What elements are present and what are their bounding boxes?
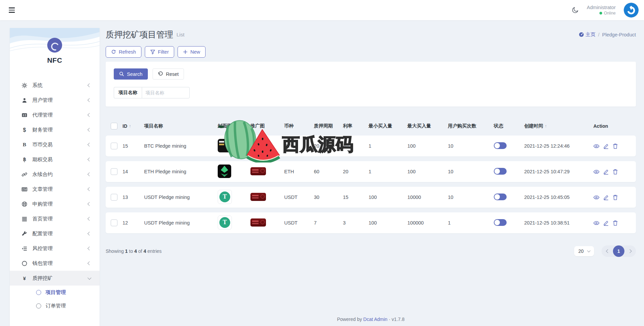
chevron-down-icon — [587, 249, 591, 253]
status-toggle[interactable] — [494, 219, 507, 226]
column-header[interactable]: 项目名称 — [144, 123, 218, 129]
cell-created-at: 2021-12-25 10:47:29 — [524, 169, 593, 174]
sidebar-menu-item[interactable]: ¥ 质押挖矿 — [10, 271, 100, 286]
project-name-label: 项目名称 — [114, 87, 142, 98]
cell-id: 12 — [123, 220, 144, 226]
status-toggle[interactable] — [494, 194, 507, 200]
prev-page-button[interactable] — [602, 245, 612, 257]
cover-image[interactable] — [218, 165, 231, 178]
column-header[interactable]: 利率 — [343, 123, 369, 129]
sidebar-toggle-icon[interactable] — [9, 7, 15, 12]
delete-trash-icon[interactable] — [613, 143, 618, 149]
edit-pencil-icon[interactable] — [603, 195, 609, 200]
column-header[interactable]: 用户购买次数 — [448, 123, 494, 129]
status-toggle[interactable] — [494, 168, 507, 175]
edit-pencil-icon[interactable] — [603, 143, 609, 149]
sidebar-menu-item[interactable]: 钱包管理 — [10, 256, 100, 271]
menu-icon — [21, 97, 27, 103]
new-button[interactable]: New — [178, 46, 206, 58]
refresh-button[interactable]: Refresh — [106, 46, 141, 58]
sort-asc-icon[interactable]: ↑ — [545, 124, 547, 128]
sidebar-menu-item[interactable]: 申购管理 — [10, 197, 100, 211]
view-eye-icon[interactable] — [593, 221, 599, 225]
submenu-item-label: 项目管理 — [46, 289, 66, 296]
sidebar-menu-item[interactable]: 文章管理 — [10, 182, 100, 197]
table-row: 14 ETH Pledge mining ETH 60 20 1 100 10 … — [106, 161, 636, 182]
view-eye-icon[interactable] — [593, 144, 599, 148]
avatar[interactable] — [624, 3, 639, 18]
table-row: 13 USDT Pledge mining USDT 30 15 100 100… — [106, 187, 636, 208]
cell-project-name: ETH Pledge mining — [144, 169, 218, 174]
edit-pencil-icon[interactable] — [603, 169, 609, 175]
project-name-input[interactable] — [142, 87, 190, 98]
column-header[interactable]: 状态 — [494, 123, 524, 129]
promo-image[interactable] — [250, 218, 266, 227]
row-checkbox[interactable] — [111, 194, 117, 201]
column-header[interactable]: Action — [593, 123, 636, 129]
promo-image[interactable] — [250, 167, 266, 175]
sidebar-menu-item[interactable]: 风控管理 — [10, 241, 100, 256]
breadcrumb-home-link[interactable]: 主页 — [579, 31, 595, 38]
cover-image[interactable] — [218, 139, 231, 152]
next-page-button[interactable] — [625, 245, 635, 257]
edit-pencil-icon[interactable] — [603, 220, 609, 226]
row-checkbox[interactable] — [111, 219, 117, 226]
cell-min-buy: 100 — [369, 195, 407, 200]
cell-coin: USDT — [284, 195, 314, 200]
menu-item-label: 钱包管理 — [32, 260, 53, 267]
sort-asc-icon[interactable]: ↑ — [129, 124, 131, 128]
sidebar-submenu-item[interactable]: 订单管理 — [10, 299, 100, 313]
column-header[interactable]: ID ↑ — [123, 123, 144, 129]
page-size-select[interactable]: 20 — [574, 246, 594, 256]
menu-item-label: 配置管理 — [32, 231, 53, 237]
dcat-admin-link[interactable]: Dcat Admin — [363, 317, 387, 322]
cell-max-buy: 10000 — [407, 195, 448, 200]
delete-trash-icon[interactable] — [613, 169, 618, 175]
promo-image[interactable] — [250, 142, 266, 150]
sidebar-menu-item[interactable]: 用户管理 — [10, 93, 100, 108]
chevron-left-icon — [87, 157, 91, 161]
reset-button[interactable]: Reset — [153, 68, 184, 80]
sidebar-menu-item[interactable]: 配置管理 — [10, 226, 100, 241]
delete-trash-icon[interactable] — [613, 195, 618, 200]
filter-button[interactable]: Filter — [145, 46, 174, 58]
column-header[interactable]: 最大买入量 — [407, 123, 448, 129]
sidebar-menu-item[interactable]: 永续合约 — [10, 167, 100, 182]
cover-image[interactable] — [218, 190, 232, 204]
cover-image[interactable] — [218, 215, 232, 230]
sidebar-submenu-item[interactable]: 项目管理 — [10, 286, 100, 299]
delete-trash-icon[interactable] — [613, 220, 618, 226]
column-header[interactable]: 推广图 — [250, 123, 284, 129]
row-checkbox[interactable] — [111, 143, 117, 149]
sidebar-menu-item[interactable]: 首页管理 — [10, 211, 100, 226]
column-header[interactable]: 币种 — [284, 123, 314, 129]
status-toggle[interactable] — [494, 142, 507, 149]
column-header[interactable]: 质押周期 — [314, 123, 343, 129]
row-checkbox[interactable] — [111, 168, 117, 175]
column-header[interactable]: 封面图 — [218, 123, 250, 129]
user-block[interactable]: Administrator Online — [587, 4, 616, 16]
reset-undo-icon — [158, 71, 163, 77]
select-all-checkbox[interactable] — [111, 123, 117, 129]
sidebar-menu-item[interactable]: B 期权交易 — [10, 152, 100, 167]
column-header[interactable]: 创建时间 ↑ — [524, 123, 593, 129]
menu-icon: B — [21, 142, 27, 148]
sidebar-menu-item[interactable]: $ 财务管理 — [10, 122, 100, 137]
current-page-button[interactable]: 1 — [613, 245, 624, 257]
column-header[interactable]: 最小买入量 — [369, 123, 407, 129]
view-eye-icon[interactable] — [593, 170, 599, 174]
sidebar-menu-item[interactable]: 代理管理 — [10, 108, 100, 122]
brand-name: NFC — [10, 56, 100, 64]
sidebar-menu-item[interactable]: 系统 — [10, 78, 100, 93]
menu-item-label: 风控管理 — [32, 245, 53, 252]
search-button[interactable]: Search — [114, 68, 148, 80]
view-eye-icon[interactable] — [593, 195, 599, 200]
dark-mode-icon[interactable] — [571, 6, 579, 14]
filter-funnel-icon — [150, 50, 155, 55]
promo-image[interactable] — [250, 193, 266, 201]
cell-project-name: USDT Pledge mining — [144, 195, 218, 200]
main-content: 质押挖矿项目管理 List 主页 / Pledge-Product Refres… — [100, 20, 644, 326]
sidebar-submenu: 项目管理 订单管理 — [10, 286, 100, 313]
sidebar-menu-item[interactable]: B 币币交易 — [10, 137, 100, 152]
table-row: 15 BTC Pledge mining BTC 20 40 1 100 10 … — [106, 136, 636, 156]
